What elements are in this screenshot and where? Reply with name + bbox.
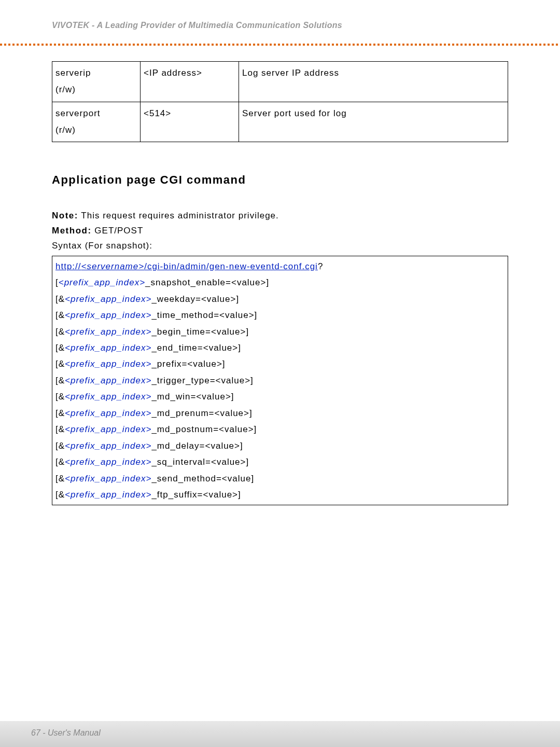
syntax-after: _send_method=<value] (151, 474, 254, 483)
syntax-line: [&<prefix_app_index>_md_win=<value>] (55, 389, 505, 405)
syntax-var: <prefix_app_index> (65, 327, 151, 337)
syntax-open: [& (55, 294, 65, 304)
syntax-var: <prefix_app_index> (65, 490, 151, 500)
method-text: GET/POST (92, 226, 144, 236)
syntax-var: <prefix_app_index> (65, 441, 151, 451)
syntax-line: [<prefix_app_index>_snapshot_enable=<val… (55, 274, 505, 290)
syntax-box: http://<servername>/cgi-bin/admin/gen-ne… (52, 256, 508, 506)
table-row: serverport (r/w) <514> Server port used … (52, 102, 508, 142)
syntax-line: [&<prefix_app_index>_trigger_type=<value… (55, 372, 505, 389)
syntax-after: _md_postnum=<value>] (151, 424, 257, 434)
syntax-var: <prefix_app_index> (65, 343, 151, 353)
param-name: serverip (55, 68, 91, 78)
syntax-open: [& (55, 359, 65, 369)
syntax-after: _weekday=<value>] (151, 294, 239, 304)
syntax-after: _ftp_suffix=<value>] (151, 490, 241, 500)
syntax-after: _trigger_type=<value>] (151, 376, 253, 385)
syntax-line: [&<prefix_app_index>_begin_time=<value>] (55, 324, 505, 340)
footer-text: 67 - User's Manual (31, 728, 101, 737)
syntax-line: [&<prefix_app_index>_ftp_suffix=<value>] (55, 487, 505, 503)
syntax-var: <prefix_app_index> (65, 294, 151, 304)
page-footer: 67 - User's Manual (0, 721, 560, 747)
param-rw: (r/w) (55, 85, 76, 94)
syntax-url-path[interactable]: /cgi-bin/admin/gen-new-eventd-conf.cgi (144, 261, 318, 271)
syntax-open: [& (55, 343, 65, 353)
syntax-url-server[interactable]: <servername> (81, 261, 145, 271)
param-name-cell: serverport (r/w) (52, 102, 141, 142)
syntax-open: [& (55, 327, 65, 337)
page-header: VIVOTEK - A Leading Provider of Multimed… (0, 0, 560, 35)
syntax-line: [&<prefix_app_index>_weekday=<value>] (55, 291, 505, 307)
param-value-cell: <514> (141, 102, 239, 142)
syntax-after: _md_delay=<value>] (151, 441, 243, 451)
param-rw: (r/w) (55, 125, 76, 135)
page-content: serverip (r/w) <IP address> Log server I… (0, 46, 560, 505)
syntax-open: [& (55, 376, 65, 385)
param-desc-cell: Server port used for log (239, 102, 508, 142)
syntax-url-q: ? (318, 261, 323, 271)
syntax-after: _time_method=<value>] (151, 310, 257, 320)
syntax-label: Syntax (For snapshot): (52, 239, 508, 254)
note-text: This request requires administrator priv… (78, 211, 279, 220)
syntax-after: _end_time=<value>] (151, 343, 241, 353)
syntax-var: <prefix_app_index> (65, 457, 151, 467)
syntax-after: _md_win=<value>] (151, 392, 234, 402)
syntax-open: [& (55, 408, 65, 418)
syntax-open: [& (55, 457, 65, 467)
syntax-var: <prefix_app_index> (59, 278, 145, 287)
syntax-line: [&<prefix_app_index>_md_prenum=<value>] (55, 405, 505, 421)
syntax-open: [& (55, 310, 65, 320)
syntax-var: <prefix_app_index> (65, 359, 151, 369)
table-row: serverip (r/w) <IP address> Log server I… (52, 62, 508, 102)
syntax-var: <prefix_app_index> (65, 392, 151, 402)
syntax-var: <prefix_app_index> (65, 376, 151, 385)
syntax-var: <prefix_app_index> (65, 424, 151, 434)
syntax-line: [&<prefix_app_index>_send_method=<value] (55, 471, 505, 487)
syntax-lines: [<prefix_app_index>_snapshot_enable=<val… (55, 274, 505, 503)
param-name-cell: serverip (r/w) (52, 62, 141, 102)
syntax-open: [& (55, 441, 65, 451)
section-heading: Application page CGI command (52, 173, 508, 187)
syntax-open: [& (55, 490, 65, 500)
syntax-open: [& (55, 474, 65, 483)
syntax-var: <prefix_app_index> (65, 474, 151, 483)
param-desc-cell: Log server IP address (239, 62, 508, 102)
syntax-url-prefix[interactable]: http:// (55, 261, 81, 271)
note-label: Note: (52, 211, 78, 220)
syntax-line: [&<prefix_app_index>_sq_interval=<value>… (55, 454, 505, 470)
syntax-after: _begin_time=<value>] (151, 327, 249, 337)
syntax-after: _snapshot_enable=<value>] (145, 278, 269, 287)
syntax-open: [& (55, 392, 65, 402)
method-label: Method: (52, 226, 92, 236)
parameter-table: serverip (r/w) <IP address> Log server I… (52, 61, 508, 142)
syntax-line: [&<prefix_app_index>_end_time=<value>] (55, 340, 505, 356)
syntax-open: [& (55, 424, 65, 434)
method-line: Method: GET/POST (52, 224, 508, 239)
syntax-line: [&<prefix_app_index>_md_postnum=<value>] (55, 421, 505, 437)
syntax-line: [&<prefix_app_index>_md_delay=<value>] (55, 438, 505, 454)
syntax-line: [&<prefix_app_index>_time_method=<value>… (55, 307, 505, 323)
header-title: VIVOTEK - A Leading Provider of Multimed… (52, 21, 529, 30)
syntax-after: _md_prenum=<value>] (151, 408, 252, 418)
param-name: serverport (55, 108, 101, 118)
syntax-line: [&<prefix_app_index>_prefix=<value>] (55, 356, 505, 372)
note-line: Note: This request requires administrato… (52, 209, 508, 224)
syntax-var: <prefix_app_index> (65, 310, 151, 320)
syntax-after: _prefix=<value>] (151, 359, 225, 369)
param-value-cell: <IP address> (141, 62, 239, 102)
syntax-var: <prefix_app_index> (65, 408, 151, 418)
syntax-url-line: http://<servername>/cgi-bin/admin/gen-ne… (55, 258, 505, 274)
syntax-after: _sq_interval=<value>] (151, 457, 249, 467)
